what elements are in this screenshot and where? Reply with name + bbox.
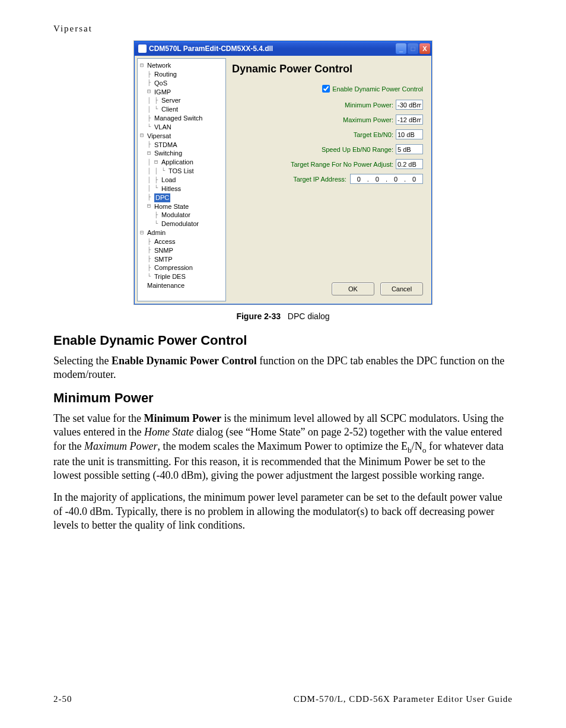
app-icon — [138, 44, 147, 53]
tree-home-state[interactable]: Home State — [154, 202, 189, 211]
max-power-input[interactable] — [396, 115, 423, 125]
speedup-input[interactable] — [396, 144, 423, 154]
figure-caption: Figure 2-33 DPC dialog — [53, 311, 513, 321]
tree-compression[interactable]: Compression — [154, 263, 193, 272]
tree-access[interactable]: Access — [154, 237, 175, 246]
tree-managed-switch[interactable]: Managed Switch — [154, 114, 202, 123]
tree-smtp[interactable]: SMTP — [154, 255, 173, 264]
ip-octet-1[interactable] — [353, 176, 365, 183]
min-power-input[interactable] — [396, 100, 423, 110]
tree-application[interactable]: Application — [161, 158, 193, 167]
page-number: 2-50 — [53, 694, 72, 704]
target-ip-input[interactable]: . . . — [350, 174, 423, 184]
tree-stdma[interactable]: STDMA — [154, 141, 177, 150]
ip-octet-2[interactable] — [371, 176, 383, 183]
max-power-label: Maximum Power: — [343, 116, 393, 123]
ok-button[interactable]: OK — [332, 282, 374, 295]
close-icon[interactable]: X — [419, 43, 430, 54]
para-enable-dpc: Selecting the Enable Dynamic Power Contr… — [53, 354, 513, 382]
maximize-icon: □ — [408, 43, 418, 54]
no-power-adj-input[interactable] — [396, 159, 423, 169]
para-min-power-2: In the majority of applications, the min… — [53, 491, 513, 532]
ip-octet-4[interactable] — [408, 176, 420, 183]
speedup-label: Speed Up Eb/N0 Range: — [322, 146, 393, 153]
min-power-label: Minimum Power: — [345, 101, 393, 109]
figure-label: Figure 2-33 — [236, 311, 281, 321]
tree-igmp[interactable]: IGMP — [154, 88, 171, 97]
running-header: Vipersat — [53, 24, 513, 34]
tree-routing[interactable]: Routing — [154, 70, 177, 79]
target-ebn0-input[interactable] — [396, 129, 423, 139]
para-min-power-1: The set value for the Minimum Power is t… — [53, 412, 513, 483]
enable-dpc-label: Enable Dynamic Power Control — [332, 85, 423, 93]
figure-text: DPC dialog — [288, 311, 330, 321]
tree-vlan[interactable]: VLAN — [154, 123, 171, 132]
tree-snmp[interactable]: SNMP — [154, 246, 173, 255]
tree-client[interactable]: Client — [161, 105, 178, 114]
heading-min-power: Minimum Power — [53, 390, 513, 406]
tree-triple-des[interactable]: Triple DES — [154, 272, 186, 281]
tree-server[interactable]: Server — [161, 96, 180, 105]
no-power-adj-label: Target Range For No Power Adjust: — [291, 161, 393, 168]
tree-qos[interactable]: QoS — [154, 79, 167, 88]
page-footer: 2-50 CDM-570/L, CDD-56X Parameter Editor… — [53, 694, 513, 704]
tree-demodulator[interactable]: Demodulator — [161, 220, 199, 228]
heading-enable-dpc: Enable Dynamic Power Control — [53, 333, 513, 348]
tree-maintenance[interactable]: Maintenance — [147, 281, 185, 290]
tree-network[interactable]: Network — [147, 61, 171, 70]
target-ip-label: Target IP Address: — [293, 176, 346, 183]
tree-modulator[interactable]: Modulator — [161, 211, 190, 220]
tree-load[interactable]: Load — [161, 176, 176, 185]
tree-tos-list[interactable]: TOS List — [168, 167, 194, 176]
tree-switching[interactable]: Switching — [154, 149, 182, 158]
dpc-dialog: CDM570L ParamEdit-CDM5XX-5.4.dll _ □ X ⊟… — [134, 41, 432, 304]
window-title: CDM570L ParamEdit-CDM5XX-5.4.dll — [149, 44, 273, 53]
tree-admin[interactable]: Admin — [147, 228, 166, 237]
tree-vipersat[interactable]: Vipersat — [147, 132, 171, 141]
tree-hitless[interactable]: Hitless — [161, 185, 181, 193]
minimize-icon[interactable]: _ — [396, 43, 406, 54]
ip-octet-3[interactable] — [390, 176, 402, 183]
pane-title: Dynamic Power Control — [232, 63, 423, 75]
cancel-button[interactable]: Cancel — [380, 282, 423, 295]
enable-dpc-checkbox[interactable] — [322, 85, 330, 93]
tree-dpc[interactable]: DPC — [154, 193, 170, 202]
nav-tree[interactable]: ⊟ Network ├ Routing ├ QoS ⊟ IGMP │ ├ Ser… — [137, 58, 226, 301]
dialog-figure: CDM570L ParamEdit-CDM5XX-5.4.dll _ □ X ⊟… — [53, 41, 513, 304]
titlebar: CDM570L ParamEdit-CDM5XX-5.4.dll _ □ X — [135, 42, 431, 56]
target-ebn0-label: Target Eb/N0: — [354, 131, 393, 138]
right-pane: Dynamic Power Control Enable Dynamic Pow… — [226, 58, 429, 301]
footer-title: CDM-570/L, CDD-56X Parameter Editor User… — [294, 694, 513, 704]
